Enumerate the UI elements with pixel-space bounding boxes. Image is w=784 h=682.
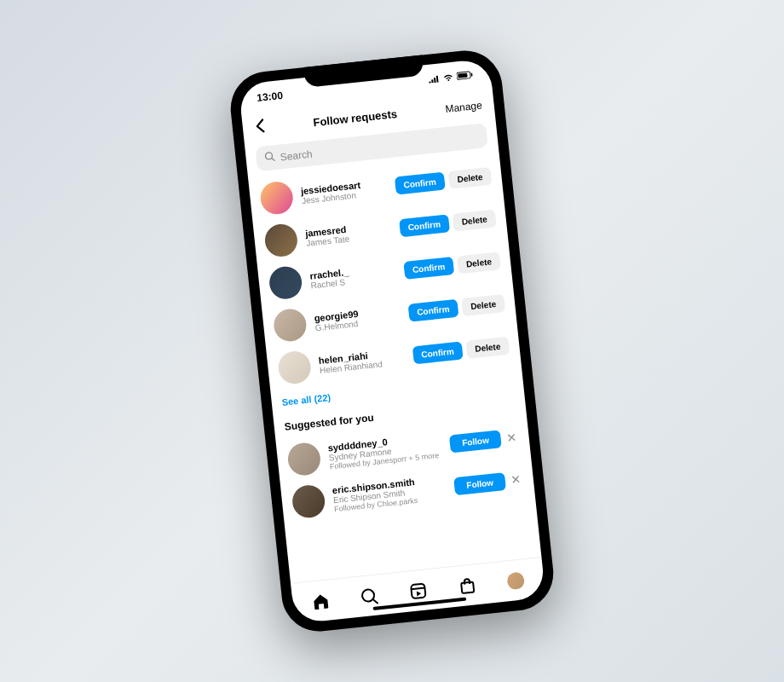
avatar[interactable] [259, 180, 295, 216]
request-actions: Confirm Delete [399, 209, 497, 237]
manage-button[interactable]: Manage [445, 99, 483, 114]
request-actions: Confirm Delete [403, 251, 501, 280]
request-actions: Confirm Delete [407, 294, 505, 322]
follow-button[interactable]: Follow [449, 430, 502, 453]
confirm-button[interactable]: Confirm [412, 341, 463, 364]
avatar[interactable] [268, 265, 303, 301]
confirm-button[interactable]: Confirm [407, 298, 458, 321]
avatar[interactable] [286, 442, 322, 477]
user-info[interactable]: helen_riahi Helen Rianhiand [318, 346, 405, 374]
shop-icon[interactable] [457, 575, 477, 596]
screen: 13:00 Follow requests Manage [239, 58, 546, 623]
back-button[interactable] [254, 118, 266, 138]
svg-rect-7 [411, 583, 426, 598]
delete-button[interactable]: Delete [453, 209, 497, 231]
user-info[interactable]: jessiedoesart Jess Johnston [300, 176, 387, 205]
close-icon[interactable]: ✕ [504, 430, 520, 445]
close-icon[interactable]: ✕ [509, 472, 524, 488]
nav-avatar [506, 571, 525, 590]
suggestion-actions: Follow ✕ [453, 470, 523, 494]
battery-icon [456, 69, 474, 83]
status-time: 13:00 [257, 90, 284, 104]
home-icon[interactable] [310, 591, 331, 611]
confirm-button[interactable]: Confirm [403, 257, 454, 280]
svg-line-8 [411, 587, 424, 589]
svg-line-6 [373, 598, 378, 603]
user-info[interactable]: jamesred James Tate [305, 219, 392, 247]
search-nav-icon[interactable] [359, 586, 379, 606]
status-icons [428, 69, 475, 86]
search-icon [264, 151, 276, 165]
user-info[interactable]: eric.shipson.smith Eric Shipson Smith Fo… [331, 473, 447, 513]
phone-frame: 13:00 Follow requests Manage [227, 47, 556, 635]
delete-button[interactable]: Delete [457, 251, 501, 274]
delete-button[interactable]: Delete [465, 336, 510, 358]
search-placeholder: Search [280, 147, 313, 163]
user-info[interactable]: georgie99 G.Helmond [314, 303, 401, 332]
user-info[interactable]: rrachel._ Rachel S [309, 262, 396, 290]
wifi-icon [441, 72, 454, 84]
follow-button[interactable]: Follow [453, 472, 506, 495]
content-area: jessiedoesart Jess Johnston Confirm Dele… [248, 153, 541, 583]
avatar[interactable] [291, 483, 326, 519]
page-title: Follow requests [313, 107, 398, 129]
reels-icon[interactable] [408, 581, 429, 601]
confirm-button[interactable]: Confirm [394, 171, 445, 194]
suggestion-actions: Follow ✕ [449, 428, 519, 453]
signal-icon [428, 72, 441, 85]
svg-rect-2 [471, 72, 473, 76]
svg-rect-9 [461, 581, 474, 592]
request-actions: Confirm Delete [412, 336, 510, 364]
svg-rect-1 [458, 73, 467, 78]
delete-button[interactable]: Delete [447, 166, 492, 188]
avatar[interactable] [273, 308, 308, 344]
confirm-button[interactable]: Confirm [399, 214, 450, 237]
svg-line-4 [272, 158, 274, 160]
avatar[interactable] [263, 223, 299, 258]
avatar[interactable] [277, 350, 313, 385]
user-info[interactable]: syddddney_0 Sydney Ramone Followed by Ja… [327, 431, 443, 471]
profile-nav-icon[interactable] [505, 570, 526, 591]
delete-button[interactable]: Delete [461, 294, 505, 316]
request-actions: Confirm Delete [394, 166, 492, 194]
